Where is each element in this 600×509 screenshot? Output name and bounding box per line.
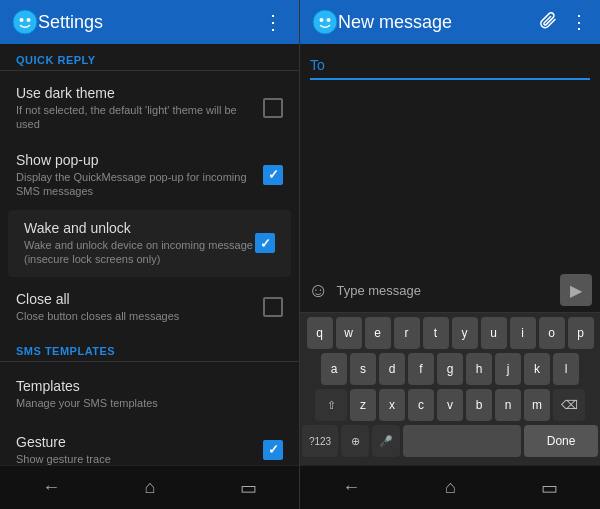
svg-point-0 [13, 10, 37, 34]
close-all-desc: Close button closes all messages [16, 309, 263, 323]
attach-button[interactable] [540, 11, 558, 34]
keyboard-row-1: q w e r t y u i o p [302, 317, 598, 349]
key-numbers[interactable]: ?123 [302, 425, 338, 457]
message-input[interactable]: Type message [336, 283, 552, 298]
key-a[interactable]: a [321, 353, 347, 385]
show-popup-title: Show pop-up [16, 152, 263, 168]
key-e[interactable]: e [365, 317, 391, 349]
setting-wake-unlock[interactable]: Wake and unlock Wake and unlock device o… [8, 210, 291, 277]
setting-close-all[interactable]: Close all Close button closes all messag… [0, 279, 299, 335]
key-z[interactable]: z [350, 389, 376, 421]
key-k[interactable]: k [524, 353, 550, 385]
wake-unlock-checkbox[interactable] [255, 233, 275, 253]
key-j[interactable]: j [495, 353, 521, 385]
key-y[interactable]: y [452, 317, 478, 349]
key-r[interactable]: r [394, 317, 420, 349]
back-button-right[interactable]: ← [322, 469, 380, 506]
right-bottom-nav: ← ⌂ ▭ [300, 465, 600, 509]
recent-button-left[interactable]: ▭ [220, 469, 277, 507]
templates-desc: Manage your SMS templates [16, 396, 283, 410]
send-button[interactable]: ▶ [560, 274, 592, 306]
new-message-header: New message ⋮ [300, 0, 600, 44]
key-v[interactable]: v [437, 389, 463, 421]
key-u[interactable]: u [481, 317, 507, 349]
key-x[interactable]: x [379, 389, 405, 421]
back-button-left[interactable]: ← [22, 469, 80, 506]
send-icon: ▶ [570, 281, 582, 300]
message-compose-area: To [300, 44, 600, 268]
setting-templates[interactable]: Templates Manage your SMS templates [0, 366, 299, 422]
settings-app-icon [12, 9, 38, 35]
key-d[interactable]: d [379, 353, 405, 385]
svg-point-4 [320, 18, 324, 22]
to-label: To [310, 57, 325, 73]
new-message-title: New message [338, 12, 540, 33]
header-actions: ⋮ [540, 11, 588, 34]
setting-gesture[interactable]: Gesture Show gesture trace [0, 422, 299, 465]
key-m[interactable]: m [524, 389, 550, 421]
keyboard-row-3: ⇧ z x c v b n m ⌫ [302, 389, 598, 421]
gesture-desc: Show gesture trace [16, 452, 263, 465]
key-i[interactable]: i [510, 317, 536, 349]
section-sms-templates: SMS TEMPLATES [0, 335, 299, 361]
key-backspace[interactable]: ⌫ [553, 389, 585, 421]
key-s[interactable]: s [350, 353, 376, 385]
emoji-button[interactable]: ☺ [308, 279, 328, 302]
key-mic[interactable]: 🎤 [372, 425, 400, 457]
key-o[interactable]: o [539, 317, 565, 349]
key-b[interactable]: b [466, 389, 492, 421]
key-t[interactable]: t [423, 317, 449, 349]
key-q[interactable]: q [307, 317, 333, 349]
close-all-title: Close all [16, 291, 263, 307]
home-button-left[interactable]: ⌂ [125, 469, 176, 506]
key-space[interactable] [403, 425, 521, 457]
close-all-checkbox[interactable] [263, 297, 283, 317]
dark-theme-desc: If not selected, the default 'light' the… [16, 103, 263, 132]
message-body [310, 88, 590, 260]
new-message-panel: New message ⋮ To ☺ Type message ▶ q w e [300, 0, 600, 509]
key-n[interactable]: n [495, 389, 521, 421]
svg-point-2 [27, 18, 31, 22]
key-g[interactable]: g [437, 353, 463, 385]
divider-1 [0, 70, 299, 71]
divider-2 [0, 361, 299, 362]
to-field[interactable]: To [310, 52, 590, 80]
svg-point-3 [313, 10, 337, 34]
type-message-bar: ☺ Type message ▶ [300, 268, 600, 313]
section-quick-reply: QUICK REPLY [0, 44, 299, 70]
key-c[interactable]: c [408, 389, 434, 421]
keyboard-row-4: ?123 ⊕ 🎤 Done [302, 425, 598, 457]
key-done[interactable]: Done [524, 425, 598, 457]
wake-unlock-desc: Wake and unlock device on incoming messa… [24, 238, 255, 267]
key-p[interactable]: p [568, 317, 594, 349]
gesture-checkbox[interactable] [263, 440, 283, 460]
keyboard: q w e r t y u i o p a s d f g h j k l ⇧ … [300, 313, 600, 465]
messaging-app-icon [312, 9, 338, 35]
settings-header: Settings ⋮ [0, 0, 299, 44]
recent-button-right[interactable]: ▭ [521, 469, 578, 507]
key-shift[interactable]: ⇧ [315, 389, 347, 421]
svg-point-5 [327, 18, 331, 22]
key-l[interactable]: l [553, 353, 579, 385]
keyboard-row-2: a s d f g h j k l [302, 353, 598, 385]
new-message-menu-button[interactable]: ⋮ [570, 11, 588, 33]
key-f[interactable]: f [408, 353, 434, 385]
settings-title: Settings [38, 12, 259, 33]
settings-menu-button[interactable]: ⋮ [259, 6, 287, 38]
key-w[interactable]: w [336, 317, 362, 349]
wake-unlock-title: Wake and unlock [24, 220, 255, 236]
dark-theme-checkbox[interactable] [263, 98, 283, 118]
key-globe[interactable]: ⊕ [341, 425, 369, 457]
setting-dark-theme[interactable]: Use dark theme If not selected, the defa… [0, 75, 299, 142]
svg-point-1 [20, 18, 24, 22]
left-bottom-nav: ← ⌂ ▭ [0, 465, 299, 509]
settings-panel: Settings ⋮ QUICK REPLY Use dark theme If… [0, 0, 300, 509]
gesture-title: Gesture [16, 434, 263, 450]
settings-list: QUICK REPLY Use dark theme If not select… [0, 44, 299, 465]
show-popup-checkbox[interactable] [263, 165, 283, 185]
home-button-right[interactable]: ⌂ [425, 469, 476, 506]
key-h[interactable]: h [466, 353, 492, 385]
templates-title: Templates [16, 378, 283, 394]
setting-show-popup[interactable]: Show pop-up Display the QuickMessage pop… [0, 142, 299, 209]
show-popup-desc: Display the QuickMessage pop-up for inco… [16, 170, 263, 199]
